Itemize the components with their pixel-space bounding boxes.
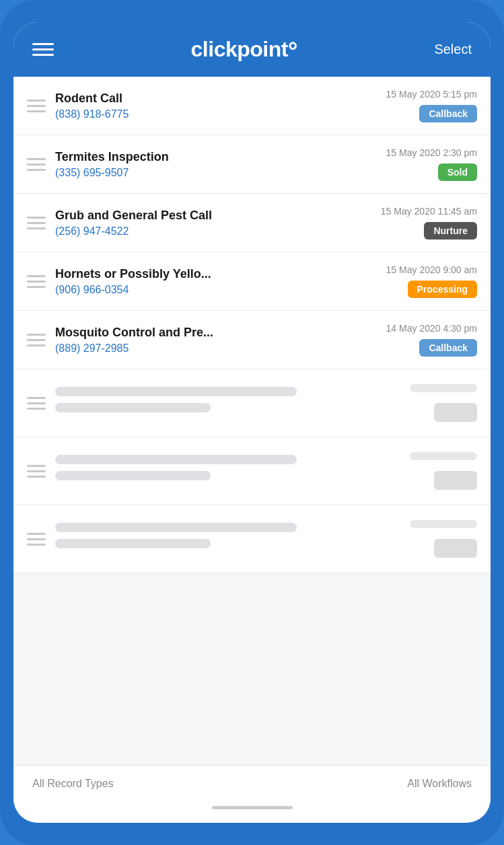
drag-handle [27, 217, 46, 229]
skeleton-badge [434, 403, 477, 422]
skeleton-line [55, 387, 297, 396]
item-phone[interactable]: (838) 918-6775 [55, 108, 377, 120]
skeleton-line [55, 455, 297, 464]
header: clickpoint° Select [13, 22, 491, 77]
logo-text: clickpoint [191, 37, 288, 61]
all-record-types-button[interactable]: All Record Types [32, 778, 114, 790]
item-right: 15 May 2020 2:30 pm Sold [386, 147, 477, 181]
item-date: 15 May 2020 5:15 pm [386, 89, 477, 100]
skeleton-badge [434, 471, 477, 490]
list-item-3[interactable]: Hornets or Possibly Yello... (906) 966-0… [13, 252, 491, 311]
skeleton-line [55, 403, 211, 412]
drag-handle [27, 465, 46, 478]
list-item-2[interactable]: Grub and General Pest Call (256) 947-452… [13, 194, 491, 252]
all-workflows-button[interactable]: All Workflows [407, 778, 472, 790]
drag-handle [27, 334, 46, 346]
status-badge: Nurture [424, 222, 477, 240]
phone-outer: clickpoint° Select Rodent Call (838) 918… [0, 0, 504, 845]
drag-handle [27, 275, 46, 288]
skeleton-date [410, 384, 477, 392]
scroll-indicator [212, 806, 293, 809]
select-button[interactable]: Select [434, 42, 472, 57]
item-right: 15 May 2020 9:00 am Processing [386, 264, 477, 298]
skeleton-date [410, 520, 477, 528]
phone-inner: clickpoint° Select Rodent Call (838) 918… [13, 22, 491, 823]
item-phone[interactable]: (335) 695-9507 [55, 167, 377, 179]
skeleton-line [55, 471, 211, 480]
skeleton-body [55, 523, 400, 555]
item-title: Mosquito Control and Pre... [55, 326, 377, 340]
item-body: Termites Inspection (335) 695-9507 [55, 150, 377, 179]
skeleton-row-1 [13, 369, 491, 437]
item-body: Grub and General Pest Call (256) 947-452… [55, 209, 371, 237]
content-area: Rodent Call (838) 918-6775 15 May 2020 5… [13, 77, 491, 765]
skeleton-body [55, 455, 400, 487]
skeleton-line [55, 539, 211, 548]
drag-handle [27, 158, 46, 171]
item-right: 14 May 2020 4:30 pm Callback [386, 323, 477, 357]
item-body: Mosquito Control and Pre... (889) 297-29… [55, 326, 377, 355]
status-badge: Callback [419, 105, 477, 122]
drag-handle [27, 533, 46, 546]
item-body: Hornets or Possibly Yello... (906) 966-0… [55, 267, 377, 296]
hamburger-icon[interactable] [32, 43, 54, 56]
list-item-0[interactable]: Rodent Call (838) 918-6775 15 May 2020 5… [13, 77, 491, 135]
item-title: Rodent Call [55, 91, 377, 106]
logo-dot: ° [288, 37, 297, 65]
item-phone[interactable]: (906) 966-0354 [55, 284, 377, 296]
app-logo: clickpoint° [191, 37, 297, 62]
item-title: Hornets or Possibly Yello... [55, 267, 377, 281]
drag-handle [27, 100, 46, 112]
item-body: Rodent Call (838) 918-6775 [55, 91, 377, 120]
item-phone[interactable]: (256) 947-4522 [55, 225, 371, 237]
list-container: Rodent Call (838) 918-6775 15 May 2020 5… [13, 77, 491, 369]
list-item-4[interactable]: Mosquito Control and Pre... (889) 297-29… [13, 311, 491, 369]
skeleton-row-3 [13, 505, 491, 573]
skeleton-line [55, 523, 297, 532]
skeleton-body [55, 387, 400, 419]
item-title: Grub and General Pest Call [55, 209, 371, 223]
status-badge: Sold [438, 163, 477, 181]
footer: All Record Types All Workflows [13, 765, 491, 802]
item-date: 14 May 2020 4:30 pm [386, 323, 477, 334]
item-phone[interactable]: (889) 297-2985 [55, 342, 377, 355]
bottom-bar [13, 802, 491, 823]
item-right: 15 May 2020 5:15 pm Callback [386, 89, 477, 122]
drag-handle [27, 397, 46, 410]
item-date: 15 May 2020 11:45 am [381, 206, 477, 217]
status-badge: Callback [419, 339, 477, 357]
item-right: 15 May 2020 11:45 am Nurture [381, 206, 477, 240]
skeleton-row-2 [13, 437, 491, 505]
item-date: 15 May 2020 2:30 pm [386, 147, 477, 158]
list-item-1[interactable]: Termites Inspection (335) 695-9507 15 Ma… [13, 135, 491, 194]
skeleton-badge [434, 539, 477, 558]
skeleton-date [410, 452, 477, 460]
item-date: 15 May 2020 9:00 am [386, 264, 477, 275]
status-badge: Processing [408, 281, 477, 298]
item-title: Termites Inspection [55, 150, 377, 164]
